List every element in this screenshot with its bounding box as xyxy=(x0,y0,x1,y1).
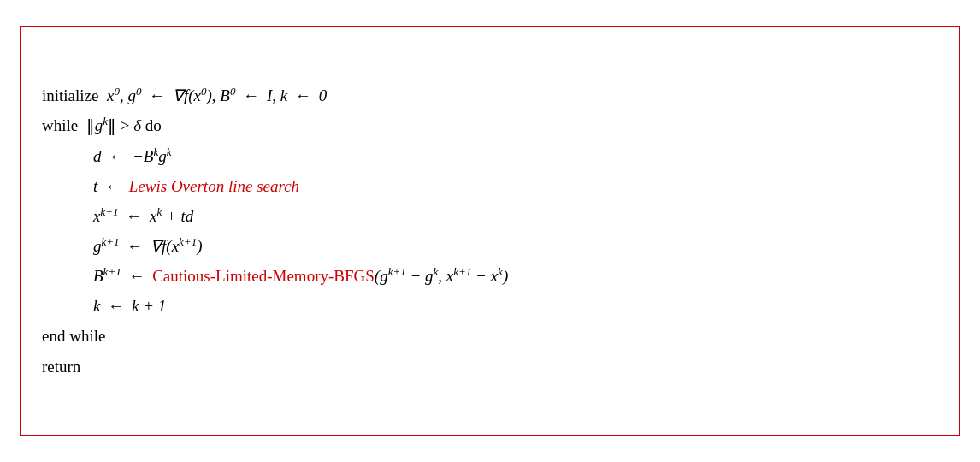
math-gk-norm: gk xyxy=(95,110,108,140)
comma2: , xyxy=(212,80,221,110)
greater-than: > xyxy=(121,110,130,140)
arrow1: ← xyxy=(145,80,169,110)
comma1: , xyxy=(120,80,128,110)
norm-open: ‖ xyxy=(86,110,95,140)
math-neg-Bk-gk: −Bkgk xyxy=(133,141,172,171)
arrow3: ← xyxy=(291,80,316,110)
algorithm-box: initialize x0, g0 ← ∇f(x0), B0 ← I, k ← … xyxy=(20,26,960,436)
keyword-endwhile: end while xyxy=(42,321,105,351)
math-zero: 0 xyxy=(319,80,328,110)
cautious-label: Cautious-Limited-Memory-BFGS xyxy=(152,261,375,291)
math-nabla-f-x0: ∇f(x0) xyxy=(173,80,212,110)
math-delta: δ xyxy=(133,110,141,140)
math-Bk1-lhs: Bk+1 xyxy=(93,261,121,291)
arrow-B: ← xyxy=(125,261,150,291)
math-gk1-lhs: gk+1 xyxy=(93,231,120,261)
line-d: d ← −Bkgk xyxy=(42,141,938,171)
math-B0: B0 xyxy=(220,80,235,110)
line-B-update: Bk+1 ← Cautious-Limited-Memory-BFGS(gk+1… xyxy=(42,261,938,291)
math-k-lhs: k xyxy=(93,291,100,321)
line-x-update: xk+1 ← xk + td xyxy=(42,201,938,231)
keyword-initialize: initialize xyxy=(42,80,98,110)
lewis-overton-label: Lewis Overton line search xyxy=(129,171,299,201)
math-xk1-rhs: xk + td xyxy=(150,201,193,231)
math-k-rhs: k + 1 xyxy=(132,291,166,321)
keyword-while: while xyxy=(42,110,78,140)
arrow-t: ← xyxy=(101,171,126,201)
math-d: d xyxy=(93,141,102,171)
keyword-do: do xyxy=(145,110,162,140)
math-t: t xyxy=(93,171,97,201)
math-xk1-lhs: xk+1 xyxy=(93,201,119,231)
line-t: t ← Lewis Overton line search xyxy=(42,171,938,201)
comma3: , xyxy=(272,80,280,110)
math-B-args: (gk+1 − gk, xk+1 − xk) xyxy=(375,261,508,291)
arrow-g: ← xyxy=(123,231,148,261)
arrow-x: ← xyxy=(122,201,147,231)
arrow2: ← xyxy=(239,80,263,110)
math-x0: x0 xyxy=(107,80,120,110)
line-k-update: k ← k + 1 xyxy=(42,291,938,321)
math-g0: g0 xyxy=(127,80,141,110)
arrow-d: ← xyxy=(105,141,130,171)
line-endwhile: end while xyxy=(42,321,938,351)
math-gk1-rhs: ∇f(xk+1) xyxy=(151,231,202,261)
line-g-update: gk+1 ← ∇f(xk+1) xyxy=(42,231,938,261)
math-k0: k xyxy=(280,80,287,110)
line-while: while ‖gk‖ > δ do xyxy=(42,110,938,140)
line-initialize: initialize x0, g0 ← ∇f(x0), B0 ← I, k ← … xyxy=(42,80,938,110)
arrow-k: ← xyxy=(103,291,128,321)
line-return: return xyxy=(42,352,938,382)
norm-close: ‖ xyxy=(108,110,116,140)
keyword-return: return xyxy=(42,352,80,382)
